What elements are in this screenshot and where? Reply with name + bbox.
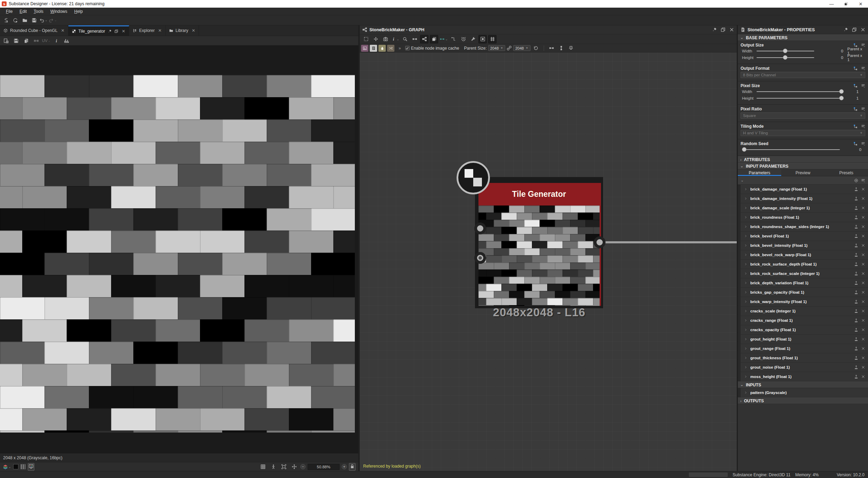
parameter-row[interactable]: brick_bevel_intensity (Float 1): [741, 241, 868, 250]
close-panel-icon[interactable]: [729, 27, 734, 32]
pixel-height-slider[interactable]: [757, 98, 843, 99]
tab-close-icon[interactable]: ✕: [158, 28, 162, 33]
toolbar-overflow-button[interactable]: »: [399, 46, 401, 51]
node-cache-checkbox[interactable]: [405, 46, 410, 50]
input-port-1[interactable]: [474, 223, 486, 234]
parent-height-select[interactable]: 2048▼: [513, 45, 530, 51]
filter-material-toggle[interactable]: [378, 45, 386, 52]
chevron-right-icon[interactable]: [744, 328, 748, 332]
parameter-row[interactable]: grout_noise (Float 1): [741, 363, 868, 372]
pin-icon[interactable]: [108, 29, 112, 33]
grid-toggle-button[interactable]: [259, 463, 267, 471]
chevron-right-icon[interactable]: [744, 366, 748, 369]
filter-image-toggle[interactable]: [361, 45, 368, 52]
parameter-row[interactable]: cracks_range (Float 1): [741, 316, 868, 325]
menu-tools[interactable]: Tools: [30, 9, 47, 14]
background-black-swatch[interactable]: [13, 464, 18, 469]
filter-paper-toggle[interactable]: [370, 45, 377, 52]
expose-icon[interactable]: [854, 215, 858, 219]
parameter-row[interactable]: brick_warp_intensity (Float 1): [741, 297, 868, 307]
compute-time-button[interactable]: [459, 35, 467, 43]
undo-button[interactable]: ⌄: [39, 16, 48, 24]
expose-icon[interactable]: [854, 375, 858, 379]
chevron-right-icon[interactable]: [744, 234, 748, 238]
options-menu-icon[interactable]: [861, 84, 865, 88]
redo-button[interactable]: ⌄: [49, 16, 57, 24]
menu-help[interactable]: Help: [71, 9, 86, 14]
link-creation-button[interactable]: [410, 35, 419, 43]
parent-width-select[interactable]: 2048▼: [488, 45, 505, 51]
detach-icon[interactable]: [114, 29, 118, 33]
options-menu-icon[interactable]: [861, 66, 865, 70]
section-inputs[interactable]: ⌄INPUTS: [738, 381, 868, 388]
section-outputs[interactable]: ›OUTPUTS: [738, 397, 868, 404]
expose-icon[interactable]: [854, 271, 858, 276]
delete-icon[interactable]: [861, 243, 865, 248]
chain-link-icon[interactable]: [507, 45, 512, 51]
expose-icon[interactable]: [854, 290, 858, 294]
scale-reference-button[interactable]: [269, 463, 277, 471]
parameter-row[interactable]: grout_range (Float 1): [741, 344, 868, 353]
close-button[interactable]: ✕: [853, 0, 868, 8]
expose-icon[interactable]: [854, 281, 858, 285]
delete-icon[interactable]: [861, 206, 865, 210]
tab-preview[interactable]: Preview: [781, 169, 825, 176]
tab-close-icon[interactable]: ✕: [61, 28, 65, 33]
chevron-right-icon[interactable]: [744, 300, 748, 303]
select-tool-button[interactable]: [362, 35, 370, 43]
expose-icon[interactable]: [854, 196, 858, 201]
chevron-right-icon[interactable]: [744, 197, 748, 200]
delete-icon[interactable]: [861, 309, 865, 313]
align-vertical-button[interactable]: [557, 44, 566, 52]
restore-panel-icon[interactable]: [852, 27, 857, 32]
options-menu-icon[interactable]: [861, 142, 865, 146]
chevron-right-icon[interactable]: [744, 187, 748, 191]
list-options-icon[interactable]: [861, 178, 865, 183]
uv-mode-dropdown[interactable]: UV⌄: [42, 36, 51, 45]
tab-parameters[interactable]: Parameters: [738, 169, 781, 176]
tiling-mode-select[interactable]: H and V Tiling▼: [741, 130, 865, 136]
fit-view-button[interactable]: [279, 463, 288, 471]
chevron-right-icon[interactable]: [744, 272, 748, 275]
expose-icon[interactable]: [854, 328, 858, 332]
graph-canvas[interactable]: Tile Generator 2048x2048 - L16 Reference…: [360, 52, 737, 471]
expose-icon[interactable]: [854, 365, 858, 369]
tile-generator-node[interactable]: Tile Generator: [475, 177, 603, 308]
expose-icon[interactable]: [854, 206, 858, 210]
delete-icon[interactable]: [861, 234, 865, 238]
chevron-right-icon[interactable]: [744, 216, 748, 219]
parameter-row[interactable]: brick_rock_surface_scale (Integer 1): [741, 269, 868, 278]
view2d-viewport[interactable]: [0, 45, 358, 453]
new-image-button[interactable]: [2, 36, 10, 45]
expose-icon[interactable]: [854, 243, 858, 248]
delete-icon[interactable]: [861, 318, 865, 322]
chevron-right-icon[interactable]: [744, 319, 748, 322]
output-height-slider[interactable]: [757, 57, 814, 58]
parameter-row[interactable]: bricks_gap_opacity (Float 1): [741, 288, 868, 297]
snap-button[interactable]: [567, 44, 575, 52]
delete-icon[interactable]: [861, 290, 865, 294]
menu-windows[interactable]: Windows: [47, 9, 71, 14]
parameter-row[interactable]: brick_bevel (Float 1): [741, 232, 868, 241]
zoom-out-button[interactable]: −: [300, 464, 306, 469]
node-display-button[interactable]: [420, 35, 428, 43]
inherit-icon[interactable]: [853, 66, 858, 70]
menu-edit[interactable]: Edit: [16, 9, 30, 14]
tab-tile-generator[interactable]: Tile_generator✕: [68, 25, 129, 36]
open-button[interactable]: [20, 16, 29, 24]
tools-button[interactable]: [469, 35, 477, 43]
add-parameter-icon[interactable]: [854, 178, 858, 183]
link-color-button[interactable]: ⌄: [440, 35, 448, 43]
delete-icon[interactable]: [861, 356, 865, 360]
save-image-button[interactable]: [12, 36, 20, 45]
delete-icon[interactable]: [861, 262, 865, 266]
chevron-right-icon[interactable]: [744, 244, 748, 247]
save-button[interactable]: [30, 16, 38, 24]
section-attributes[interactable]: ›ATTRIBUTES: [738, 156, 868, 163]
chevron-right-icon[interactable]: [744, 253, 748, 257]
chevron-right-icon[interactable]: [744, 337, 748, 341]
delete-icon[interactable]: [861, 328, 865, 332]
parameter-row[interactable]: cracks_scale (Integer 1): [741, 307, 868, 316]
delete-icon[interactable]: [861, 365, 865, 369]
delete-icon[interactable]: [861, 253, 865, 257]
